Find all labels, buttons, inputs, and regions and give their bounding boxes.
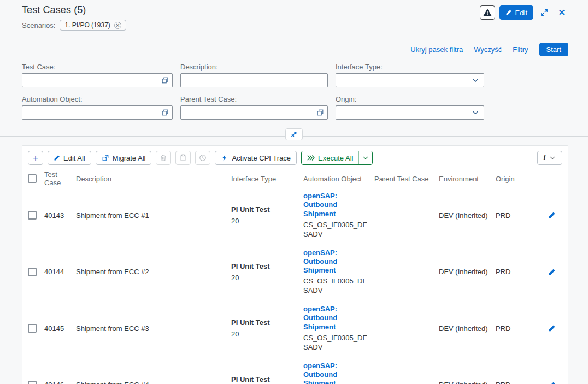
table-toolbar: + Edit All Migrate All Activate CPI Trac… — [22, 146, 568, 170]
automation-object-cell: openSAP: Outbound Shipment CS_OS_IF0305_… — [303, 362, 374, 384]
filter-label-parent-test-case: Parent Test Case: — [180, 95, 328, 103]
info-button[interactable]: i — [537, 151, 562, 165]
test-case-input[interactable] — [22, 73, 173, 87]
interface-type-cell: PI Unit Test 20 — [231, 205, 303, 225]
row-checkbox[interactable] — [28, 211, 37, 220]
execute-all-menu-button[interactable] — [358, 151, 372, 164]
value-help-icon[interactable] — [313, 106, 327, 119]
delete-button[interactable] — [156, 151, 171, 165]
test-case-description: Shipment from ECC #3 — [76, 324, 231, 333]
interface-type-select[interactable] — [336, 73, 484, 87]
pencil-icon — [54, 155, 60, 161]
interface-type-cell: PI Unit Test 20 — [231, 375, 303, 384]
page-header: Test Cases (5) Scenarios: 1. PI/PO (1937… — [22, 4, 568, 31]
col-interface-type: Interface Type — [231, 175, 303, 183]
interface-type-name: PI Unit Test — [231, 318, 299, 327]
environment-cell: DEV (Inherited) — [439, 211, 496, 220]
table-row: 40145 Shipment from ECC #3 PI Unit Test … — [22, 300, 568, 357]
environment-cell: DEV (Inherited) — [439, 268, 496, 276]
filter-label-interface-type: Interface Type: — [336, 63, 484, 71]
history-button[interactable] — [195, 151, 210, 165]
activate-cpi-trace-button[interactable]: Activate CPI Trace — [215, 151, 297, 165]
scenarios-row: Scenarios: 1. PI/PO (1937) ✕ — [22, 20, 126, 31]
table-row: 40144 Shipment from ECC #2 PI Unit Test … — [22, 244, 568, 301]
clipboard-icon — [179, 154, 187, 162]
expand-button[interactable] — [538, 5, 551, 20]
chevron-down-icon — [549, 155, 556, 161]
pencil-icon — [505, 9, 512, 16]
col-description: Description — [76, 175, 231, 183]
table-row: 40143 Shipment from ECC #1 PI Unit Test … — [22, 187, 568, 244]
automation-object-link[interactable]: openSAP: Outbound Shipment — [303, 192, 370, 218]
test-cases-page: Test Cases (5) Scenarios: 1. PI/PO (1937… — [0, 0, 588, 384]
warning-button[interactable] — [480, 5, 495, 20]
scenario-token-label: 1. PI/PO (1937) — [64, 21, 110, 29]
interface-type-cell: PI Unit Test 20 — [231, 262, 303, 282]
filter-field-description: Description: — [180, 63, 328, 87]
clear-link[interactable]: Wyczyść — [474, 45, 502, 54]
migrate-all-button[interactable]: Migrate All — [96, 151, 152, 165]
interface-type-cell: PI Unit Test 20 — [231, 318, 303, 338]
origin-cell: PRD — [496, 268, 543, 276]
automation-object-link[interactable]: openSAP: Outbound Shipment — [303, 249, 370, 275]
filter-divider — [0, 136, 588, 137]
edit-button[interactable]: Edit — [499, 5, 533, 20]
filter-field-parent-test-case: Parent Test Case: — [180, 95, 328, 120]
filter-label-origin: Origin: — [336, 95, 484, 103]
test-case-description: Shipment from ECC #1 — [76, 211, 231, 220]
row-checkbox[interactable] — [28, 268, 37, 276]
pencil-icon — [548, 268, 556, 276]
token-remove-icon[interactable]: ✕ — [114, 22, 121, 29]
automation-object-id: CS_OS_IF0305_DESADV — [303, 334, 370, 352]
activate-cpi-trace-label: Activate CPI Trace — [232, 154, 291, 162]
automation-object-link[interactable]: openSAP: Outbound Shipment — [303, 305, 370, 332]
row-edit-button[interactable] — [543, 324, 566, 332]
environment-cell: DEV (Inherited) — [439, 324, 496, 333]
execute-all-split-button: Execute All — [301, 151, 373, 165]
start-button[interactable]: Start — [539, 43, 568, 56]
add-button[interactable]: + — [28, 151, 43, 165]
test-case-description: Shipment from ECC #2 — [76, 268, 231, 276]
expand-icon — [540, 9, 548, 16]
row-checkbox[interactable] — [28, 324, 37, 333]
interface-type-version: 20 — [231, 217, 299, 225]
select-all-checkbox[interactable] — [28, 174, 37, 183]
automation-object-cell: openSAP: Outbound Shipment CS_OS_IF0305_… — [303, 305, 374, 352]
col-origin: Origin — [496, 175, 543, 183]
hide-filter-bar-link[interactable]: Ukryj pasek filtra — [410, 45, 463, 54]
row-edit-button[interactable] — [543, 381, 566, 384]
table-header-row: Test Case Description Interface Type Aut… — [22, 170, 568, 187]
edit-button-label: Edit — [515, 9, 527, 17]
value-help-icon[interactable] — [158, 106, 172, 119]
close-button[interactable]: ✕ — [555, 5, 568, 20]
page-title: Test Cases (5) — [22, 4, 126, 16]
filter-actions: Ukryj pasek filtra Wyczyść Filtry Start — [22, 43, 568, 56]
table-body: 40143 Shipment from ECC #1 PI Unit Test … — [22, 187, 568, 384]
copy-button[interactable] — [175, 151, 191, 165]
chevron-down-icon — [472, 109, 479, 116]
origin-select[interactable] — [336, 105, 484, 120]
table-row: 40146 Shipment from ECC #4 PI Unit Test … — [22, 357, 568, 384]
header-actions: Edit ✕ — [480, 4, 568, 20]
automation-object-id: CS_OS_IF0305_DESADV — [303, 221, 370, 239]
filter-field-automation-object: Automation Object: — [22, 95, 173, 120]
chevron-down-icon — [472, 76, 479, 84]
filter-field-origin: Origin: — [336, 95, 484, 120]
value-help-icon[interactable] — [158, 74, 172, 87]
execute-all-button[interactable]: Execute All — [302, 151, 358, 164]
parent-test-case-input[interactable] — [180, 105, 328, 120]
test-case-id: 40144 — [44, 268, 76, 276]
description-input[interactable] — [180, 73, 328, 87]
automation-object-link[interactable]: openSAP: Outbound Shipment — [303, 362, 370, 384]
edit-all-button[interactable]: Edit All — [48, 151, 91, 165]
row-edit-button[interactable] — [543, 268, 566, 276]
activate-icon — [221, 154, 228, 162]
row-edit-button[interactable] — [543, 211, 566, 219]
pin-button[interactable] — [285, 128, 303, 140]
automation-object-input[interactable] — [22, 105, 173, 120]
environment-cell: DEV (Inherited) — [439, 381, 496, 384]
filter-label-description: Description: — [180, 63, 328, 71]
row-checkbox[interactable] — [28, 381, 37, 384]
pencil-icon — [548, 381, 556, 384]
filters-link[interactable]: Filtry — [513, 45, 528, 54]
